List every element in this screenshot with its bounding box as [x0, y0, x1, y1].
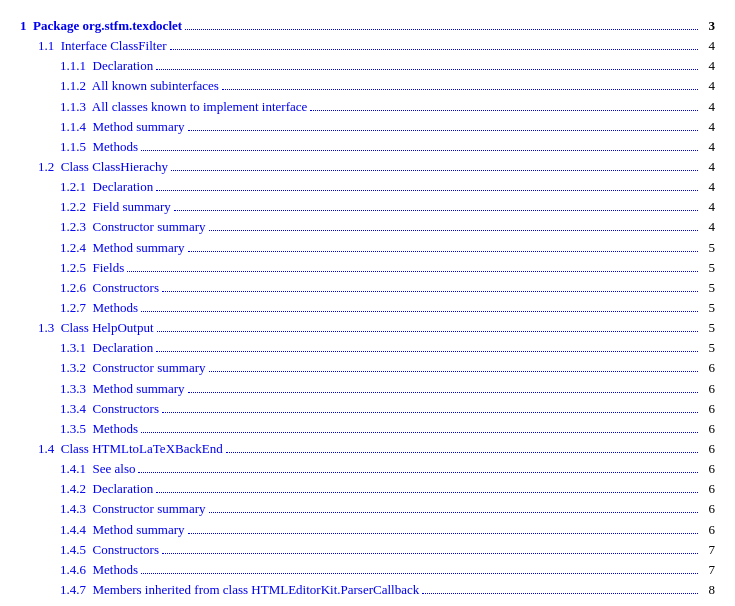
- toc-page: 6: [701, 419, 715, 439]
- toc-label[interactable]: 1.4.3 Constructor summary: [20, 499, 206, 519]
- toc-label[interactable]: 1.2.7 Methods: [20, 298, 138, 318]
- toc-label[interactable]: 1.4.5 Constructors: [20, 540, 159, 560]
- toc-page: 5: [701, 338, 715, 358]
- toc-dots: [209, 371, 698, 372]
- toc-row: 1.4.7 Members inherited from class HTMLE…: [20, 580, 715, 600]
- toc-label[interactable]: 1.1.5 Methods: [20, 137, 138, 157]
- toc-label[interactable]: 1.4.1 See also: [20, 459, 135, 479]
- toc-row: 1.3.1 Declaration5: [20, 338, 715, 358]
- toc-dots: [188, 130, 698, 131]
- toc-dots: [162, 291, 698, 292]
- toc-label[interactable]: 1.2.1 Declaration: [20, 177, 153, 197]
- toc-label[interactable]: 1 Package org.stfm.texdoclet: [20, 16, 182, 36]
- toc-dots: [170, 49, 698, 50]
- toc-label[interactable]: 1.1.1 Declaration: [20, 56, 153, 76]
- toc-dots: [209, 230, 698, 231]
- toc-label[interactable]: 1.1.2 All known subinterfaces: [20, 76, 219, 96]
- toc-dots: [162, 553, 698, 554]
- toc-page: 4: [701, 217, 715, 237]
- toc-row: 1.2 Class ClassHierachy4: [20, 157, 715, 177]
- toc-page: 4: [701, 157, 715, 177]
- toc-label[interactable]: 1.2.4 Method summary: [20, 238, 185, 258]
- toc-row: 1 Package org.stfm.texdoclet3: [20, 16, 715, 36]
- toc-page: 4: [701, 137, 715, 157]
- toc-label[interactable]: 1.4 Class HTMLtoLaTeXBackEnd: [20, 439, 223, 459]
- toc-page: 6: [701, 520, 715, 540]
- toc-row: 1.3 Class HelpOutput5: [20, 318, 715, 338]
- toc-page: 5: [701, 258, 715, 278]
- toc-label[interactable]: 1.3.3 Method summary: [20, 379, 185, 399]
- toc-page: 7: [701, 540, 715, 560]
- toc-label[interactable]: 1.4.6 Methods: [20, 560, 138, 580]
- toc-label[interactable]: 1.4.7 Members inherited from class HTMLE…: [20, 580, 419, 600]
- toc-page: 4: [701, 76, 715, 96]
- toc-dots: [422, 593, 698, 594]
- toc-row: 1.2.3 Constructor summary4: [20, 217, 715, 237]
- toc-dots: [141, 311, 698, 312]
- toc-page: 4: [701, 177, 715, 197]
- toc-dots: [141, 150, 698, 151]
- toc-dots: [188, 533, 698, 534]
- toc-dots: [141, 573, 698, 574]
- toc-label[interactable]: 1.2.2 Field summary: [20, 197, 171, 217]
- toc-row: 1.1.2 All known subinterfaces4: [20, 76, 715, 96]
- toc-row: 1.1.3 All classes known to implement int…: [20, 97, 715, 117]
- toc-dots: [127, 271, 698, 272]
- toc-label[interactable]: 1.4.2 Declaration: [20, 479, 153, 499]
- toc-dots: [171, 170, 698, 171]
- toc-row: 1.4.6 Methods7: [20, 560, 715, 580]
- toc-dots: [185, 29, 698, 30]
- toc-page: 7: [701, 560, 715, 580]
- toc-page: 5: [701, 298, 715, 318]
- toc-row: 1.1 Interface ClassFilter4: [20, 36, 715, 56]
- toc-dots: [188, 251, 698, 252]
- toc-page: 5: [701, 278, 715, 298]
- toc-page: 4: [701, 197, 715, 217]
- toc-page: 6: [701, 379, 715, 399]
- toc-page: 6: [701, 399, 715, 419]
- toc-label[interactable]: 1.3.1 Declaration: [20, 338, 153, 358]
- toc-label[interactable]: 1.2.6 Constructors: [20, 278, 159, 298]
- toc-row: 1.4.1 See also6: [20, 459, 715, 479]
- toc-row: 1.3.3 Method summary6: [20, 379, 715, 399]
- toc-page: 5: [701, 318, 715, 338]
- toc-dots: [209, 512, 698, 513]
- toc-row: 1.2.2 Field summary4: [20, 197, 715, 217]
- toc-label[interactable]: 1.2.5 Fields: [20, 258, 124, 278]
- toc-dots: [226, 452, 698, 453]
- toc-dots: [188, 392, 698, 393]
- toc-page: 6: [701, 479, 715, 499]
- toc-page: 5: [701, 238, 715, 258]
- toc-page: 6: [701, 459, 715, 479]
- toc-label[interactable]: 1.3.4 Constructors: [20, 399, 159, 419]
- toc-page: 8: [701, 580, 715, 600]
- toc-label[interactable]: 1.3 Class HelpOutput: [20, 318, 154, 338]
- toc-row: 1.1.1 Declaration4: [20, 56, 715, 76]
- toc-dots: [157, 331, 698, 332]
- toc-row: 1.4 Class HTMLtoLaTeXBackEnd6: [20, 439, 715, 459]
- toc-dots: [138, 472, 698, 473]
- toc-dots: [156, 69, 698, 70]
- toc-label[interactable]: 1.2 Class ClassHierachy: [20, 157, 168, 177]
- toc-page: 4: [701, 36, 715, 56]
- toc-row: 1.2.5 Fields5: [20, 258, 715, 278]
- toc-label[interactable]: 1.2.3 Constructor summary: [20, 217, 206, 237]
- toc-label[interactable]: 1.1.4 Method summary: [20, 117, 185, 137]
- toc-page: 6: [701, 499, 715, 519]
- toc-dots: [222, 89, 698, 90]
- toc-row: 1.4.3 Constructor summary6: [20, 499, 715, 519]
- toc-label[interactable]: 1.3.5 Methods: [20, 419, 138, 439]
- toc-row: 1.2.7 Methods5: [20, 298, 715, 318]
- toc-dots: [162, 412, 698, 413]
- toc-dots: [156, 190, 698, 191]
- toc-row: 1.4.2 Declaration6: [20, 479, 715, 499]
- toc-dots: [156, 351, 698, 352]
- toc-row: 1.2.6 Constructors5: [20, 278, 715, 298]
- toc-page: 3: [701, 16, 715, 36]
- toc-label[interactable]: 1.4.4 Method summary: [20, 520, 185, 540]
- toc-label[interactable]: 1.3.2 Constructor summary: [20, 358, 206, 378]
- toc-row: 1.4.5 Constructors7: [20, 540, 715, 560]
- toc-label[interactable]: 1.1.3 All classes known to implement int…: [20, 97, 307, 117]
- toc-page: 4: [701, 56, 715, 76]
- toc-label[interactable]: 1.1 Interface ClassFilter: [20, 36, 167, 56]
